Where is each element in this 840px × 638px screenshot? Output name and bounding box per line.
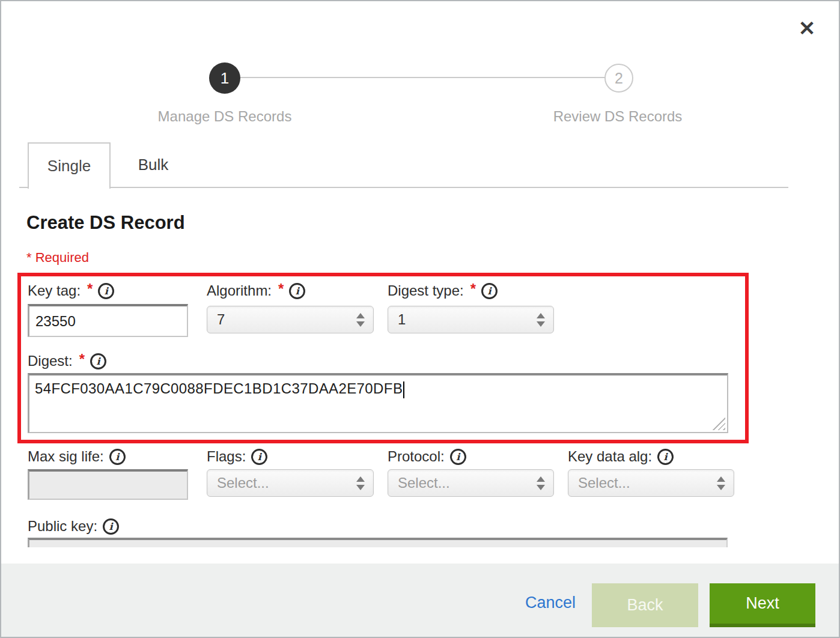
required-asterisk: *: [470, 281, 476, 297]
step-1-label: Manage DS Records: [147, 108, 303, 125]
step-2-circle: 2: [604, 64, 633, 93]
step-1-circle: 1: [209, 62, 240, 94]
select-arrows-icon: [356, 476, 365, 490]
digest-value: 54FCF030AA1C79C0088FDEC1BD1C37DAA2E70DFB: [35, 380, 403, 396]
select-arrows-icon: [537, 313, 545, 327]
key-data-alg-label-row: Key data alg: i: [568, 447, 674, 466]
protocol-select[interactable]: Select...: [388, 469, 554, 497]
info-icon[interactable]: i: [98, 283, 114, 299]
info-icon[interactable]: i: [90, 353, 106, 369]
flags-select-placeholder: Select...: [217, 475, 269, 491]
public-key-label: Public key:: [28, 518, 97, 535]
key-tag-input[interactable]: [28, 304, 188, 337]
digest-type-select[interactable]: 1: [388, 306, 554, 333]
resize-handle[interactable]: [712, 417, 725, 430]
cancel-button[interactable]: Cancel: [525, 594, 576, 612]
tab-strip-border: [19, 187, 788, 188]
tab-single[interactable]: Single: [28, 142, 111, 189]
text-cursor: [403, 381, 404, 398]
page-title: Create DS Record: [26, 212, 185, 234]
algorithm-select-value: 7: [217, 311, 225, 328]
info-icon[interactable]: i: [109, 449, 126, 465]
info-icon[interactable]: i: [657, 449, 674, 465]
digest-type-label: Digest type:: [388, 282, 464, 299]
key-data-alg-select[interactable]: Select...: [568, 469, 734, 497]
algorithm-select[interactable]: 7: [207, 306, 374, 333]
info-icon[interactable]: i: [251, 449, 267, 465]
digest-type-label-row: Digest type: * i: [388, 281, 498, 300]
public-key-label-row: Public key: i: [28, 517, 119, 536]
select-arrows-icon: [717, 476, 725, 490]
algorithm-label-row: Algorithm: * i: [207, 281, 305, 300]
info-icon[interactable]: i: [289, 283, 305, 299]
select-arrows-icon: [537, 476, 545, 490]
stepper-connector-line: [225, 77, 619, 78]
close-icon[interactable]: ✕: [793, 14, 821, 42]
back-button[interactable]: Back: [592, 583, 698, 627]
select-arrows-icon: [356, 313, 365, 327]
digest-textarea[interactable]: 54FCF030AA1C79C0088FDEC1BD1C37DAA2E70DFB: [28, 373, 728, 433]
flags-select[interactable]: Select...: [207, 469, 374, 497]
key-data-alg-select-placeholder: Select...: [578, 475, 630, 491]
required-asterisk: *: [79, 351, 85, 368]
protocol-label-row: Protocol: i: [388, 447, 466, 466]
max-sig-life-input[interactable]: [28, 469, 188, 500]
max-sig-life-label: Max sig life:: [28, 448, 104, 465]
flags-label-row: Flags: i: [207, 447, 267, 466]
public-key-textarea[interactable]: [28, 538, 728, 547]
next-button[interactable]: Next: [710, 583, 815, 627]
info-icon[interactable]: i: [481, 283, 498, 299]
key-tag-label: Key tag:: [28, 282, 81, 299]
algorithm-label: Algorithm:: [207, 282, 272, 299]
key-tag-label-row: Key tag: * i: [28, 281, 114, 300]
create-ds-record-modal: ✕ 1 2 Manage DS Records Review DS Record…: [0, 0, 840, 638]
protocol-label: Protocol:: [388, 448, 445, 465]
max-sig-life-label-row: Max sig life: i: [28, 447, 126, 466]
required-asterisk: *: [87, 281, 93, 297]
digest-label-row: Digest: * i: [28, 351, 106, 371]
protocol-select-placeholder: Select...: [398, 475, 450, 491]
flags-label: Flags:: [207, 448, 246, 465]
required-note: * Required: [26, 250, 89, 266]
info-icon[interactable]: i: [103, 518, 119, 535]
key-data-alg-label: Key data alg:: [568, 448, 652, 465]
required-asterisk: *: [278, 281, 284, 297]
step-2-label: Review DS Records: [540, 108, 696, 125]
info-icon[interactable]: i: [450, 449, 466, 465]
digest-label: Digest:: [28, 353, 73, 369]
tab-bulk[interactable]: Bulk: [111, 142, 196, 187]
digest-type-select-value: 1: [398, 311, 406, 328]
